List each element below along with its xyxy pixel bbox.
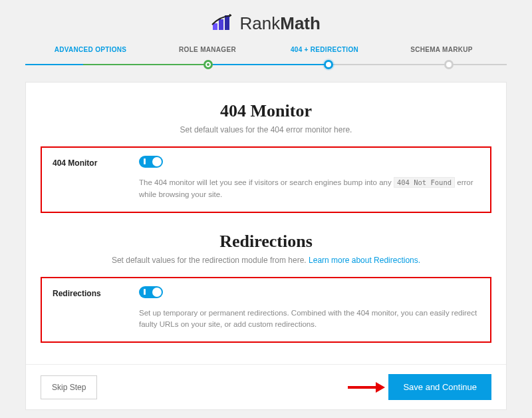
step-node-role-manager[interactable] [203,60,213,69]
section-title-404: 404 Monitor [41,101,491,121]
label-redirections: Redirections [53,286,126,298]
svg-marker-4 [376,382,385,393]
section-subtitle-404: Set default values for the 404 error mon… [41,125,491,134]
step-role-manager[interactable]: ROLE MANAGER [149,46,266,53]
step-404-redirection[interactable]: 404 + REDIRECTION [266,46,383,53]
svg-rect-0 [213,23,217,30]
section-subtitle-redirections: Set default values for the redirection m… [41,256,491,265]
section-title-redirections: Redirections [41,232,491,252]
brand-text: RankMath [240,13,321,34]
settings-card: 404 Monitor Set default values for the 4… [25,82,507,410]
step-advanced-options[interactable]: ADVANCED OPTIONS [32,46,149,53]
toggle-redirections[interactable] [139,286,163,298]
step-schema-markup[interactable]: SCHEMA MARKUP [383,46,500,53]
desc-redirections: Set up temporary or permanent redirectio… [139,308,479,331]
highlight-redirections: Redirections Set up temporary or permane… [41,277,491,343]
desc-404-monitor: The 404 monitor will let you see if visi… [139,177,479,201]
highlight-404-monitor: 404 Monitor The 404 monitor will let you… [41,146,491,213]
rankmath-bars-icon [211,14,234,34]
toggle-404-monitor[interactable] [139,156,163,168]
svg-rect-2 [225,15,229,30]
skip-step-button[interactable]: Skip Step [41,375,97,399]
save-and-continue-button[interactable]: Save and Continue [388,374,491,400]
svg-rect-1 [219,19,223,30]
step-node-404-redirection[interactable] [324,60,333,69]
annotation-arrow-icon [346,381,386,394]
link-learn-redirections[interactable]: Learn more about Redirections. [309,256,420,265]
wizard-stepper: ADVANCED OPTIONS ROLE MANAGER 404 + REDI… [25,46,507,73]
label-404-monitor: 404 Monitor [53,156,126,168]
brand-logo: RankMath [25,13,507,34]
step-node-schema-markup[interactable] [444,60,454,69]
